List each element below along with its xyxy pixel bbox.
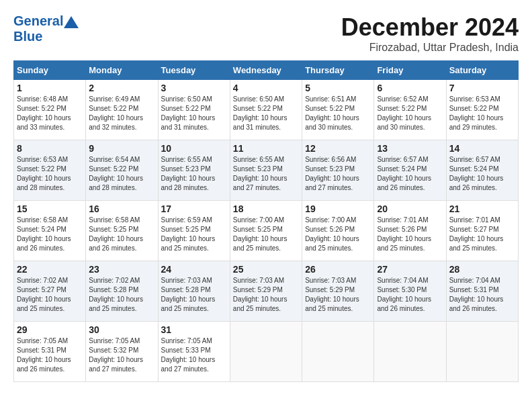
day-info: Sunrise: 6:57 AMSunset: 5:24 PMDaylight:… [377, 155, 443, 193]
table-row: 26Sunrise: 7:03 AMSunset: 5:29 PMDayligh… [302, 261, 374, 322]
day-number: 18 [233, 203, 299, 214]
day-number: 19 [305, 203, 371, 214]
logo: GeneralBlue [13, 13, 79, 44]
day-info: Sunrise: 6:55 AMSunset: 5:23 PMDaylight:… [233, 155, 299, 193]
svg-marker-0 [64, 16, 79, 28]
day-number: 30 [89, 324, 154, 335]
day-number: 6 [377, 83, 443, 93]
table-row: 21Sunrise: 7:01 AMSunset: 5:27 PMDayligh… [446, 201, 518, 261]
day-number: 10 [161, 143, 227, 154]
day-info: Sunrise: 6:53 AMSunset: 5:22 PMDaylight:… [17, 155, 83, 193]
calendar-week-row: 8Sunrise: 6:53 AMSunset: 5:22 PMDaylight… [14, 140, 519, 201]
day-number: 20 [377, 203, 443, 214]
table-row: 2Sunrise: 6:49 AMSunset: 5:22 PMDaylight… [86, 80, 158, 140]
day-number: 11 [233, 143, 299, 154]
calendar-week-row: 15Sunrise: 6:58 AMSunset: 5:24 PMDayligh… [14, 201, 519, 261]
table-row: 14Sunrise: 6:57 AMSunset: 5:24 PMDayligh… [446, 140, 518, 201]
day-info: Sunrise: 7:00 AMSunset: 5:26 PMDaylight:… [305, 216, 371, 253]
table-row: 5Sunrise: 6:51 AMSunset: 5:22 PMDaylight… [302, 80, 374, 140]
logo-text: GeneralBlue [13, 13, 79, 44]
day-number: 7 [449, 83, 515, 93]
title-section: December 2024 Firozabad, Uttar Pradesh, … [341, 13, 519, 54]
table-row [446, 322, 518, 382]
day-number: 21 [449, 203, 515, 214]
table-row: 23Sunrise: 7:02 AMSunset: 5:28 PMDayligh… [86, 261, 158, 322]
day-info: Sunrise: 7:01 AMSunset: 5:26 PMDaylight:… [377, 216, 443, 253]
day-info: Sunrise: 7:01 AMSunset: 5:27 PMDaylight:… [449, 216, 515, 253]
calendar-table: Sunday Monday Tuesday Wednesday Thursday… [13, 60, 519, 382]
logo-icon [64, 16, 79, 28]
day-number: 27 [377, 264, 443, 275]
page-header: GeneralBlue December 2024 Firozabad, Utt… [13, 13, 519, 54]
day-info: Sunrise: 6:51 AMSunset: 5:22 PMDaylight:… [305, 95, 371, 132]
table-row: 27Sunrise: 7:04 AMSunset: 5:30 PMDayligh… [374, 261, 446, 322]
day-number: 15 [17, 203, 83, 214]
header-monday: Monday [86, 61, 158, 80]
day-info: Sunrise: 6:56 AMSunset: 5:23 PMDaylight:… [305, 155, 371, 193]
day-info: Sunrise: 7:00 AMSunset: 5:25 PMDaylight:… [233, 216, 299, 253]
day-info: Sunrise: 6:59 AMSunset: 5:25 PMDaylight:… [161, 216, 227, 253]
day-info: Sunrise: 7:05 AMSunset: 5:31 PMDaylight:… [17, 336, 83, 374]
table-row: 8Sunrise: 6:53 AMSunset: 5:22 PMDaylight… [14, 140, 86, 201]
day-number: 25 [233, 264, 299, 275]
table-row: 22Sunrise: 7:02 AMSunset: 5:27 PMDayligh… [14, 261, 86, 322]
table-row: 16Sunrise: 6:58 AMSunset: 5:25 PMDayligh… [86, 201, 158, 261]
day-info: Sunrise: 6:50 AMSunset: 5:22 PMDaylight:… [161, 95, 227, 132]
day-number: 16 [89, 203, 154, 214]
day-number: 13 [377, 143, 443, 154]
table-row: 7Sunrise: 6:53 AMSunset: 5:22 PMDaylight… [446, 80, 518, 140]
day-number: 4 [233, 83, 299, 93]
calendar-week-row: 22Sunrise: 7:02 AMSunset: 5:27 PMDayligh… [14, 261, 519, 322]
day-info: Sunrise: 6:55 AMSunset: 5:23 PMDaylight:… [161, 155, 227, 193]
day-number: 24 [161, 264, 227, 275]
day-number: 29 [17, 324, 83, 335]
day-info: Sunrise: 6:54 AMSunset: 5:22 PMDaylight:… [89, 155, 154, 193]
table-row: 31Sunrise: 7:05 AMSunset: 5:33 PMDayligh… [158, 322, 230, 382]
day-info: Sunrise: 6:57 AMSunset: 5:24 PMDaylight:… [449, 155, 515, 193]
table-row: 19Sunrise: 7:00 AMSunset: 5:26 PMDayligh… [302, 201, 374, 261]
day-number: 17 [161, 203, 227, 214]
day-number: 22 [17, 264, 83, 275]
day-number: 23 [89, 264, 154, 275]
day-number: 1 [17, 83, 83, 93]
day-info: Sunrise: 7:05 AMSunset: 5:33 PMDaylight:… [161, 336, 227, 374]
table-row [374, 322, 446, 382]
table-row: 12Sunrise: 6:56 AMSunset: 5:23 PMDayligh… [302, 140, 374, 201]
day-info: Sunrise: 6:58 AMSunset: 5:25 PMDaylight:… [89, 216, 154, 253]
table-row: 18Sunrise: 7:00 AMSunset: 5:25 PMDayligh… [230, 201, 302, 261]
table-row: 3Sunrise: 6:50 AMSunset: 5:22 PMDaylight… [158, 80, 230, 140]
table-row: 15Sunrise: 6:58 AMSunset: 5:24 PMDayligh… [14, 201, 86, 261]
day-number: 9 [89, 143, 154, 154]
day-number: 12 [305, 143, 371, 154]
day-info: Sunrise: 6:49 AMSunset: 5:22 PMDaylight:… [89, 95, 154, 132]
day-info: Sunrise: 6:52 AMSunset: 5:22 PMDaylight:… [377, 95, 443, 132]
table-row: 6Sunrise: 6:52 AMSunset: 5:22 PMDaylight… [374, 80, 446, 140]
day-info: Sunrise: 6:58 AMSunset: 5:24 PMDaylight:… [17, 216, 83, 253]
table-row: 10Sunrise: 6:55 AMSunset: 5:23 PMDayligh… [158, 140, 230, 201]
day-info: Sunrise: 7:02 AMSunset: 5:27 PMDaylight:… [17, 276, 83, 314]
table-row: 30Sunrise: 7:05 AMSunset: 5:32 PMDayligh… [86, 322, 158, 382]
day-info: Sunrise: 6:48 AMSunset: 5:22 PMDaylight:… [17, 95, 83, 132]
location-title: Firozabad, Uttar Pradesh, India [341, 42, 519, 54]
table-row [302, 322, 374, 382]
calendar-week-row: 1Sunrise: 6:48 AMSunset: 5:22 PMDaylight… [14, 80, 519, 140]
table-row: 28Sunrise: 7:04 AMSunset: 5:31 PMDayligh… [446, 261, 518, 322]
table-row: 13Sunrise: 6:57 AMSunset: 5:24 PMDayligh… [374, 140, 446, 201]
header-friday: Friday [374, 61, 446, 80]
day-info: Sunrise: 6:53 AMSunset: 5:22 PMDaylight:… [449, 95, 515, 132]
day-number: 14 [449, 143, 515, 154]
day-number: 2 [89, 83, 154, 93]
header-tuesday: Tuesday [158, 61, 230, 80]
table-row: 4Sunrise: 6:50 AMSunset: 5:22 PMDaylight… [230, 80, 302, 140]
day-info: Sunrise: 6:50 AMSunset: 5:22 PMDaylight:… [233, 95, 299, 132]
day-info: Sunrise: 7:04 AMSunset: 5:31 PMDaylight:… [449, 276, 515, 314]
table-row: 25Sunrise: 7:03 AMSunset: 5:29 PMDayligh… [230, 261, 302, 322]
day-number: 28 [449, 264, 515, 275]
day-info: Sunrise: 7:02 AMSunset: 5:28 PMDaylight:… [89, 276, 154, 314]
table-row: 9Sunrise: 6:54 AMSunset: 5:22 PMDaylight… [86, 140, 158, 201]
header-saturday: Saturday [446, 61, 518, 80]
table-row: 11Sunrise: 6:55 AMSunset: 5:23 PMDayligh… [230, 140, 302, 201]
header-thursday: Thursday [302, 61, 374, 80]
header-sunday: Sunday [14, 61, 86, 80]
day-info: Sunrise: 7:03 AMSunset: 5:29 PMDaylight:… [305, 276, 371, 314]
